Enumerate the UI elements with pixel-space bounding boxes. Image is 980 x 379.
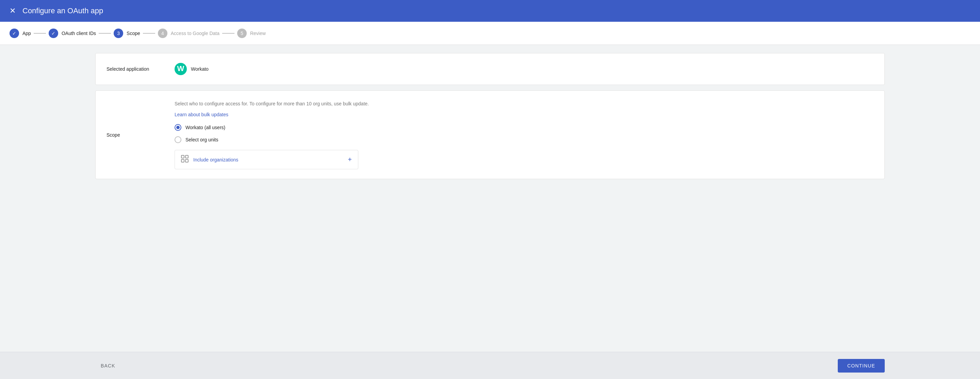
step-label-2: OAuth client IDs: [62, 30, 96, 36]
step-circle-3: 3: [114, 29, 123, 38]
radio-label-org-units: Select org units: [185, 137, 218, 143]
bulk-updates-link[interactable]: Learn about bulk updates: [175, 112, 228, 117]
svg-rect-4: [181, 159, 184, 162]
step-label-4: Access to Google Data: [171, 30, 220, 36]
step-scope: 3 Scope: [114, 29, 140, 38]
scope-row: Scope Select who to configure access for…: [95, 91, 885, 179]
close-icon[interactable]: ✕: [10, 7, 16, 14]
radio-label-all-users: Workato (all users): [185, 125, 225, 130]
header: ✕ Configure an OAuth app: [0, 0, 980, 22]
check-icon-1: [12, 30, 16, 36]
step-circle-4: 4: [158, 29, 167, 38]
step-connector-4-5: [222, 33, 234, 34]
step-connector-2-3: [99, 33, 111, 34]
radio-option-all-users[interactable]: Workato (all users): [175, 124, 873, 131]
step-connector-1-2: [34, 33, 46, 34]
radio-option-org-units[interactable]: Select org units: [175, 136, 873, 143]
step-access: 4 Access to Google Data: [158, 29, 220, 38]
selected-application-label: Selected application: [107, 66, 175, 72]
step-label-3: Scope: [127, 30, 140, 36]
selected-application-content: W Workato: [175, 63, 873, 75]
workato-logo-icon: W: [175, 63, 187, 75]
step-circle-1: [10, 29, 19, 38]
step-review: 5 Review: [237, 29, 266, 38]
continue-button[interactable]: CONTINUE: [838, 359, 885, 373]
svg-rect-2: [181, 155, 184, 158]
app-name-label: Workato: [191, 66, 208, 72]
scope-label: Scope: [107, 132, 175, 138]
selected-application-card: Selected application W Workato: [95, 53, 885, 85]
add-org-icon: +: [348, 156, 352, 163]
scope-content: Select who to configure access for. To c…: [175, 100, 873, 169]
scope-card: Scope Select who to configure access for…: [95, 90, 885, 179]
step-circle-2: [49, 29, 58, 38]
step-number-3: 3: [117, 30, 120, 36]
scope-description: Select who to configure access for. To c…: [175, 100, 873, 108]
include-organizations-box[interactable]: Include organizations +: [175, 150, 358, 169]
radio-inner-all-users: [176, 126, 180, 129]
step-connector-3-4: [143, 33, 155, 34]
radio-circle-org-units: [175, 136, 181, 143]
radio-circle-all-users: [175, 124, 181, 131]
step-circle-5: 5: [237, 29, 247, 38]
step-oauth: OAuth client IDs: [49, 29, 96, 38]
step-number-5: 5: [240, 30, 243, 36]
page-title: Configure an OAuth app: [22, 6, 103, 15]
svg-rect-5: [185, 159, 188, 162]
check-icon-2: [51, 30, 56, 36]
step-number-4: 4: [161, 30, 164, 36]
svg-text:W: W: [177, 64, 185, 73]
back-button[interactable]: BACK: [95, 360, 121, 371]
selected-application-row: Selected application W Workato: [95, 53, 885, 85]
main-content: Selected application W Workato Scope Sel…: [0, 45, 980, 213]
step-label-5: Review: [250, 30, 266, 36]
svg-rect-3: [185, 155, 188, 158]
org-box-label: Include organizations: [193, 157, 343, 162]
radio-group: Workato (all users) Select org units: [175, 124, 873, 143]
step-app: App: [10, 29, 31, 38]
app-info-row: W Workato: [175, 63, 873, 75]
step-label-1: App: [22, 30, 31, 36]
stepper: App OAuth client IDs 3 Scope 4 Access to…: [0, 22, 980, 45]
organization-icon: [181, 155, 189, 164]
footer: BACK CONTINUE: [0, 352, 980, 379]
